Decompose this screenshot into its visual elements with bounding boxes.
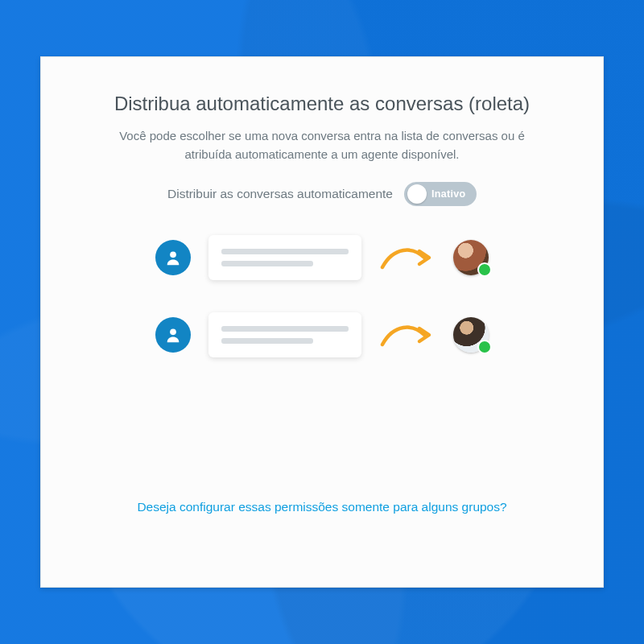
arrow-icon [379, 240, 436, 275]
placeholder-line [221, 249, 349, 254]
footer-link-row: Deseja configurar essas permissões somen… [41, 500, 603, 514]
status-online-icon [477, 262, 492, 277]
placeholder-line [221, 326, 349, 332]
panel-title: Distribua automaticamente as conversas (… [81, 93, 563, 115]
toggle-knob [407, 184, 427, 204]
person-icon [155, 317, 191, 353]
message-card [208, 235, 361, 280]
settings-panel: Distribua automaticamente as conversas (… [40, 56, 604, 588]
auto-distribute-toggle-row: Distribuir as conversas automaticamente … [81, 182, 563, 206]
auto-distribute-toggle[interactable]: Inativo [404, 182, 477, 206]
illustration-row [155, 235, 489, 280]
agent-avatar [453, 240, 489, 275]
message-card [208, 312, 361, 357]
arrow-icon [379, 317, 436, 353]
configure-groups-link[interactable]: Deseja configurar essas permissões somen… [137, 500, 506, 514]
distribution-illustration [81, 235, 563, 357]
status-online-icon [477, 340, 492, 354]
placeholder-line [221, 338, 313, 344]
placeholder-line [221, 261, 313, 266]
svg-point-0 [170, 251, 176, 258]
panel-subtitle: Você pode escolher se uma nova conversa … [97, 126, 547, 164]
agent-avatar [453, 317, 489, 353]
toggle-label: Distribuir as conversas automaticamente [167, 187, 393, 201]
svg-point-1 [170, 328, 176, 335]
toggle-state-label: Inativo [431, 188, 465, 200]
person-icon [155, 240, 191, 275]
illustration-row [155, 312, 489, 357]
